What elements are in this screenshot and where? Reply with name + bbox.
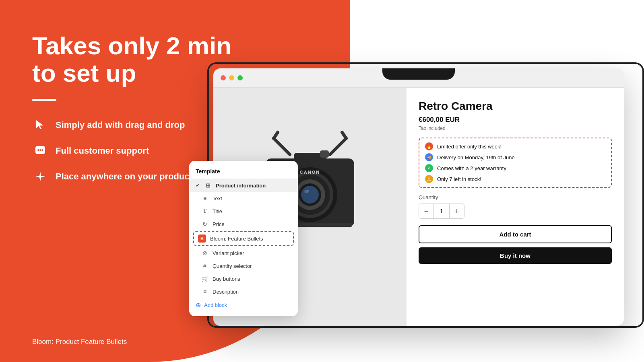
svg-line-9 bbox=[342, 132, 346, 138]
bullet-warranty: ✓ Comes with a 2 year warranty bbox=[425, 164, 605, 172]
chat-icon bbox=[32, 143, 48, 159]
brand-label: Bloom: Product Feature Bullets bbox=[32, 338, 127, 346]
cursor-icon bbox=[32, 117, 48, 133]
hero-divider bbox=[32, 99, 56, 101]
template-item-label: Product information bbox=[216, 183, 266, 189]
svg-text:CANON: CANON bbox=[300, 170, 320, 175]
quantity-increase-button[interactable]: + bbox=[450, 204, 464, 218]
dot-green bbox=[237, 75, 243, 80]
template-panel: Template ✓ ⊞ Product information ≡ Text … bbox=[189, 161, 298, 316]
feature-item-drag: Simply add with drag and drop bbox=[32, 117, 231, 133]
feature-item-support: Full customer support bbox=[32, 143, 231, 159]
svg-marker-5 bbox=[35, 172, 45, 181]
variant-icon: ⊘ bbox=[201, 250, 208, 256]
bullet-stock: ⚠ Only 7 left in stock! bbox=[425, 175, 605, 183]
template-item-text[interactable]: ≡ Text bbox=[189, 192, 298, 205]
template-item-product-info[interactable]: ✓ ⊞ Product information bbox=[189, 179, 298, 192]
add-block-icon: ⊕ bbox=[196, 301, 201, 309]
template-item-label: Title bbox=[213, 208, 222, 214]
add-to-cart-button[interactable]: Add to cart bbox=[419, 225, 612, 243]
template-item-bloom[interactable]: B Bloom: Feature Bullets bbox=[193, 231, 294, 246]
template-item-variant[interactable]: ⊘ Variant picker bbox=[189, 247, 298, 259]
svg-point-19 bbox=[301, 186, 319, 204]
svg-line-8 bbox=[330, 138, 346, 154]
svg-point-3 bbox=[39, 149, 41, 151]
svg-line-7 bbox=[274, 132, 278, 138]
quantity-label: Quantity bbox=[419, 194, 612, 200]
template-item-price[interactable]: ↻ Price bbox=[189, 218, 298, 230]
dot-yellow bbox=[229, 75, 234, 80]
icon-warranty: ✓ bbox=[425, 164, 433, 172]
feature-bullets-box: 🔥 Limited offer only this week! 🚚 Delive… bbox=[419, 138, 612, 188]
template-item-label: Text bbox=[213, 195, 222, 202]
quantity-value: 1 bbox=[433, 204, 450, 218]
add-block-row[interactable]: ⊕ Add block bbox=[189, 298, 298, 312]
bullet-delivery: 🚚 Delivery on Monday, 19th of June bbox=[425, 153, 605, 161]
template-item-quantity[interactable]: # Quantity selector bbox=[189, 259, 298, 272]
hash-icon: # bbox=[201, 263, 208, 269]
tax-text: Tax included. bbox=[419, 125, 612, 131]
template-item-label: Bloom: Feature Bullets bbox=[210, 236, 263, 242]
check-icon: ✓ bbox=[196, 183, 200, 188]
svg-line-6 bbox=[274, 138, 290, 154]
T-icon: T bbox=[201, 208, 208, 214]
bloom-icon: B bbox=[198, 234, 206, 243]
svg-point-2 bbox=[37, 149, 39, 151]
description-icon: ≡ bbox=[201, 288, 208, 295]
cart-icon: 🛒 bbox=[201, 276, 208, 282]
quantity-control[interactable]: − 1 + bbox=[419, 204, 464, 219]
template-item-label: Price bbox=[213, 221, 225, 227]
quantity-decrease-button[interactable]: − bbox=[419, 204, 433, 218]
template-item-buy-buttons[interactable]: 🛒 Buy buttons bbox=[189, 272, 298, 285]
template-item-label: Variant picker bbox=[213, 250, 244, 256]
template-item-label: Buy buttons bbox=[213, 276, 240, 282]
icon-stock: ⚠ bbox=[425, 175, 433, 183]
buy-now-button[interactable]: Buy it now bbox=[419, 247, 612, 264]
svg-rect-12 bbox=[320, 150, 329, 158]
template-item-label: Description bbox=[213, 289, 239, 295]
product-info-area: Retro Camera €600,00 EUR Tax included. 🔥… bbox=[407, 88, 624, 326]
svg-point-4 bbox=[41, 149, 43, 151]
icon-offer: 🔥 bbox=[425, 142, 433, 150]
icon-delivery: 🚚 bbox=[425, 153, 433, 161]
dot-red bbox=[221, 75, 226, 80]
price-icon: ↻ bbox=[201, 221, 208, 227]
svg-marker-0 bbox=[36, 120, 43, 129]
template-item-label: Quantity selector bbox=[213, 263, 252, 269]
add-block-label: Add block bbox=[204, 302, 227, 308]
template-item-description[interactable]: ≡ Description bbox=[189, 285, 298, 298]
bullet-offer: 🔥 Limited offer only this week! bbox=[425, 142, 605, 150]
hero-title: Takes only 2 min to set up bbox=[32, 32, 231, 87]
browser-notch bbox=[382, 68, 455, 80]
product-price: €600,00 EUR bbox=[419, 116, 612, 124]
product-title: Retro Camera bbox=[419, 100, 612, 113]
template-panel-header: Template bbox=[189, 168, 298, 179]
template-item-title[interactable]: T Title bbox=[189, 205, 298, 218]
sparkle-icon bbox=[32, 169, 48, 185]
lines-icon: ≡ bbox=[201, 195, 208, 202]
grid-icon: ⊞ bbox=[204, 182, 212, 189]
